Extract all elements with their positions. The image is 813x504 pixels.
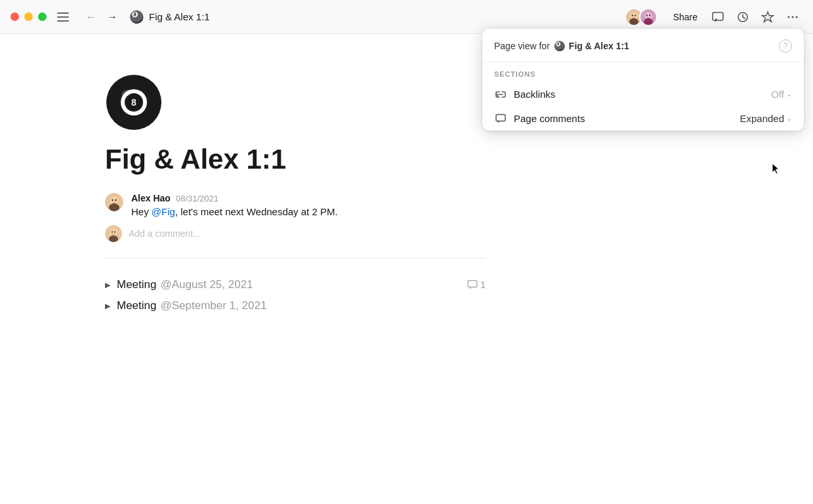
svg-point-3 xyxy=(635,14,636,16)
svg-rect-30 xyxy=(468,281,477,287)
svg-point-27 xyxy=(112,231,113,232)
forward-button[interactable]: → xyxy=(103,8,121,26)
comment-header: Alex Hao 08/31/2021 xyxy=(131,193,338,203)
page-view-dropdown: Page view for 🎱 Fig & Alex 1:1 ? SECTION… xyxy=(482,29,804,131)
meeting-date-2: @September 1, 2021 xyxy=(160,299,266,312)
comment-date: 08/31/2021 xyxy=(176,194,219,203)
meeting-item-1[interactable]: ▶ Meeting @August 25, 2021 1 xyxy=(105,274,486,295)
backlinks-label: Backlinks xyxy=(514,89,764,100)
comment-section: Alex Hao 08/31/2021 Hey @Fig, let's meet… xyxy=(105,193,486,242)
svg-point-28 xyxy=(114,231,115,232)
meeting-comment-count-1: 1 xyxy=(480,280,486,290)
star-icon[interactable] xyxy=(758,7,778,27)
backlinks-chevron: ⌄ xyxy=(786,90,792,98)
comment-body: Alex Hao 08/31/2021 Hey @Fig, let's meet… xyxy=(131,193,338,217)
dropdown-title-prefix: Page view for xyxy=(494,41,550,51)
svg-rect-32 xyxy=(496,114,505,121)
dropdown-sections-label: SECTIONS xyxy=(482,62,804,82)
share-button[interactable]: Share xyxy=(668,9,703,25)
svg-text:8: 8 xyxy=(131,97,136,108)
meeting-toggle-icon-2[interactable]: ▶ xyxy=(105,302,110,310)
avatar-2[interactable] xyxy=(639,8,657,26)
svg-point-14 xyxy=(796,16,798,18)
comment-author-avatar xyxy=(105,193,123,211)
meetings-section: ▶ Meeting @August 25, 2021 1 ▶ Meeting @… xyxy=(105,274,486,316)
dropdown-header: Page view for 🎱 Fig & Alex 1:1 ? xyxy=(482,29,804,62)
svg-point-22 xyxy=(112,200,113,201)
svg-point-7 xyxy=(646,14,647,16)
page-comments-chevron: ⌄ xyxy=(786,114,792,123)
section-divider xyxy=(105,258,486,259)
page-comments-label: Page comments xyxy=(514,113,733,124)
svg-point-24 xyxy=(109,203,119,211)
avatar-group xyxy=(625,8,657,26)
svg-rect-10 xyxy=(713,12,723,20)
dropdown-row-page-comments[interactable]: Page comments Expanded ⌄ xyxy=(482,106,804,131)
fullscreen-button[interactable] xyxy=(38,12,47,21)
svg-point-12 xyxy=(788,16,790,18)
comment-author-name: Alex Hao xyxy=(131,193,171,203)
backlink-icon xyxy=(494,89,507,100)
minimize-button[interactable] xyxy=(24,12,33,21)
page-main-title: Fig & Alex 1:1 xyxy=(105,144,486,175)
meeting-label-2: Meeting xyxy=(117,299,156,312)
sidebar-toggle-button[interactable] xyxy=(57,7,77,27)
meeting-toggle-icon-1[interactable]: ▶ xyxy=(105,281,110,289)
add-comment-input[interactable]: Add a comment... xyxy=(129,228,201,239)
page-comments-value[interactable]: Expanded ⌄ xyxy=(740,113,792,124)
meeting-comment-badge-1: 1 xyxy=(467,280,486,290)
page-title: Fig & Alex 1:1 xyxy=(149,11,210,22)
page-comments-icon xyxy=(494,114,507,124)
svg-point-8 xyxy=(649,14,650,16)
add-comment-avatar xyxy=(105,225,122,242)
svg-point-13 xyxy=(792,16,794,18)
cursor xyxy=(772,163,778,173)
dropdown-page-name: Fig & Alex 1:1 xyxy=(569,41,629,51)
comment-item: Alex Hao 08/31/2021 Hey @Fig, let's meet… xyxy=(105,193,486,217)
nav-arrows: ← → xyxy=(82,8,121,26)
backlinks-value[interactable]: Off ⌄ xyxy=(771,89,792,100)
comments-icon[interactable] xyxy=(708,7,728,27)
dropdown-page-icon: 🎱 xyxy=(554,41,565,51)
meeting-item-2[interactable]: ▶ Meeting @September 1, 2021 xyxy=(105,295,486,316)
back-button[interactable]: ← xyxy=(82,8,100,26)
history-icon[interactable] xyxy=(733,7,753,27)
help-icon[interactable]: ? xyxy=(779,39,792,52)
svg-point-29 xyxy=(109,236,118,242)
more-options-icon[interactable] xyxy=(783,7,803,27)
comment-text: Hey @Fig, let's meet next Wednesday at 2… xyxy=(131,206,338,217)
meeting-date-1: @August 25, 2021 xyxy=(160,278,253,291)
svg-point-2 xyxy=(631,14,633,16)
titlebar-right: Share xyxy=(625,7,803,27)
close-button[interactable] xyxy=(10,12,19,21)
dropdown-title: Page view for 🎱 Fig & Alex 1:1 xyxy=(494,41,629,51)
page-title-area: 🎱 Fig & Alex 1:1 xyxy=(129,10,210,24)
page-icon-small: 🎱 xyxy=(129,10,144,24)
dropdown-row-backlinks[interactable]: Backlinks Off ⌄ xyxy=(482,82,804,106)
mention-fig: @Fig xyxy=(152,206,175,217)
traffic-lights xyxy=(10,12,47,21)
svg-point-9 xyxy=(644,18,653,24)
svg-point-23 xyxy=(115,200,116,201)
svg-point-4 xyxy=(629,18,638,24)
page-hero-icon: 8 xyxy=(105,74,163,131)
add-comment-row[interactable]: Add a comment... xyxy=(105,225,486,242)
meeting-label-1: Meeting xyxy=(117,278,156,291)
